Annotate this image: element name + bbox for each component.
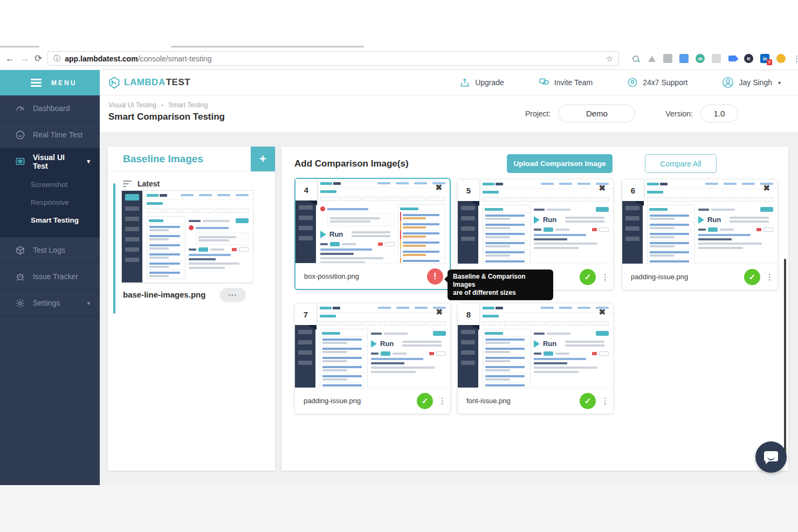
close-icon[interactable]: ✖	[760, 183, 773, 194]
mini-run-label: Run	[707, 216, 721, 224]
sidebar-item-responsive[interactable]: Responsive	[31, 194, 100, 211]
browser-menu-icon[interactable]: ⋮	[793, 54, 798, 64]
add-baseline-button[interactable]: +	[251, 147, 275, 171]
card-footer: padding-issue.png ✓ ⋮	[622, 264, 778, 289]
baseline-thumbnail[interactable]	[121, 190, 253, 283]
browser-toolbar: ← → ⟳ ⓘ app.lambdatest.com/console/smart…	[0, 47, 798, 70]
sidebar-item-test-logs[interactable]: Test Logs	[0, 237, 100, 264]
kebab-menu-icon[interactable]: ⋮	[601, 397, 607, 405]
compare-all-button[interactable]: Compare All	[645, 154, 717, 173]
upgrade-icon	[459, 77, 470, 88]
m-extension-icon[interactable]: m	[696, 54, 705, 63]
comparison-card-7[interactable]: 7 ✖ Run padding-issue.png ✓ ⋮	[294, 303, 451, 414]
invite-team-button[interactable]: Invite Team	[521, 77, 610, 88]
mini-run-label: Run	[543, 340, 556, 348]
sidebar-item-label: Visual UI Test	[33, 153, 79, 170]
search-extension-icon[interactable]	[631, 54, 640, 63]
comparison-card-4[interactable]: 4 ✖ Run box-possition.png ! Baseline & C…	[294, 178, 451, 290]
kebab-menu-icon[interactable]: ⋮	[601, 273, 607, 281]
card-number-badge: 5	[458, 179, 479, 201]
close-icon[interactable]: ✖	[432, 307, 446, 317]
page-margin	[0, 485, 798, 532]
chat-widget-button[interactable]	[755, 441, 787, 473]
filter-icon	[123, 179, 132, 189]
sidebar-item-label: Settings	[33, 299, 60, 307]
baseline-filter[interactable]: Latest	[123, 179, 275, 189]
close-icon[interactable]: ✖	[595, 183, 609, 194]
card-filename: padding-issue.png	[631, 273, 739, 281]
back-icon[interactable]: ←	[5, 53, 15, 64]
page-title: Smart Comparison Testing	[108, 112, 225, 122]
breadcrumb-smart-testing[interactable]: Smart Testing	[168, 101, 208, 109]
mini-run-label: Run	[380, 340, 394, 348]
close-icon[interactable]: ✖	[595, 307, 609, 317]
drive-extension-icon[interactable]	[647, 54, 656, 63]
close-icon[interactable]: ✖	[432, 182, 445, 193]
success-check-icon: ✓	[580, 269, 596, 285]
card-footer: font-issue.png ✓ ⋮	[458, 388, 613, 413]
project-label: Project:	[525, 109, 551, 118]
comparison-panel: Add Comparison Image(s) Upload Compariso…	[281, 147, 788, 471]
card-number: 5	[466, 186, 471, 195]
chevron-down-icon: ▾	[87, 158, 90, 165]
sidebar: MENU Dashboard Real Time Test Visual UI …	[0, 70, 100, 485]
card-number: 8	[466, 310, 471, 319]
card-filename: box-possition.png	[304, 272, 422, 280]
sidebar-item-label: Dashboard	[33, 104, 70, 113]
menu-label: MENU	[51, 79, 77, 87]
sidebar-item-label: Issue Tracker	[33, 272, 78, 281]
scrollbar[interactable]	[784, 259, 786, 458]
camera-extension-icon[interactable]	[728, 54, 737, 63]
baseline-options-button[interactable]: •••	[220, 288, 246, 302]
comparison-card-6[interactable]: 6 ✖ Run padding-issue.png ✓ ⋮	[622, 179, 778, 290]
sidebar-submenu: Screenshot Responsive Smart Testing	[0, 175, 100, 237]
support-button[interactable]: 24x7 Support	[610, 77, 705, 88]
address-bar[interactable]: ⓘ app.lambdatest.com/console/smart-testi…	[47, 51, 619, 66]
sidebar-item-visual-ui-test[interactable]: Visual UI Test ▾	[0, 148, 100, 175]
menu-toggle[interactable]: MENU	[0, 70, 100, 95]
user-menu[interactable]: Jay Singh ▾	[705, 77, 798, 88]
screenshot-root: ← → ⟳ ⓘ app.lambdatest.com/console/smart…	[0, 0, 798, 532]
css-extension-icon[interactable]	[663, 54, 672, 63]
sidebar-item-real-time-test[interactable]: Real Time Test	[0, 122, 100, 148]
baseline-panel: Baseline Images + Latest base-line-image…	[108, 147, 275, 471]
support-label: 24x7 Support	[643, 78, 687, 87]
comparison-card-8[interactable]: 8 ✖ Run font-issue.png ✓ ⋮	[457, 303, 614, 414]
reload-icon[interactable]: ⟳	[35, 53, 42, 64]
card-filename: font-issue.png	[466, 397, 574, 405]
app-header: LAMBDA TEST Upgrade Invite Team 24x7 Sup…	[100, 70, 798, 95]
upgrade-button[interactable]: Upgrade	[442, 77, 521, 88]
page-header: Visual UI Testing • Smart Testing Smart …	[100, 95, 798, 133]
window-extension-icon[interactable]	[679, 54, 689, 63]
bookmark-star-icon[interactable]: ☆	[606, 54, 613, 64]
gray-extension-icon[interactable]	[712, 54, 721, 63]
sidebar-item-smart-testing[interactable]: Smart Testing	[31, 211, 100, 229]
card-footer: box-possition.png !	[295, 263, 450, 289]
version-select[interactable]: 1.0	[700, 105, 738, 122]
kebab-menu-icon[interactable]: ⋮	[766, 273, 771, 281]
kebab-menu-icon[interactable]: ⋮	[438, 397, 444, 405]
sidebar-item-issue-tracker[interactable]: Issue Tracker	[0, 264, 100, 290]
selected-accent-bar	[113, 183, 115, 314]
breadcrumb-separator: •	[161, 102, 163, 108]
sidebar-item-settings[interactable]: Settings ▾	[0, 290, 100, 316]
k-extension-icon[interactable]: K	[744, 54, 753, 63]
hamburger-icon	[31, 77, 42, 88]
baseline-filename: base-line-images.png	[123, 290, 205, 299]
site-info-icon[interactable]: ⓘ	[53, 54, 60, 64]
card-footer: padding-issue.png ✓ ⋮	[295, 388, 450, 413]
sidebar-item-dashboard[interactable]: Dashboard	[0, 95, 100, 122]
error-icon[interactable]: !	[427, 268, 443, 285]
orange-extension-icon[interactable]	[776, 54, 786, 63]
project-select[interactable]: Demo	[558, 105, 635, 122]
comparison-heading: Add Comparison Image(s)	[294, 158, 409, 169]
clock-icon	[15, 130, 25, 140]
lambdatest-logo[interactable]: LAMBDA TEST	[108, 76, 190, 89]
bug-icon	[15, 272, 25, 282]
forward-icon[interactable]: →	[20, 53, 29, 64]
linkedin-extension-icon[interactable]: in7	[760, 54, 769, 63]
support-icon	[627, 77, 638, 88]
breadcrumb-visual-ui-testing[interactable]: Visual UI Testing	[108, 101, 156, 109]
upload-comparison-button[interactable]: Upload Comparison Image	[507, 154, 613, 173]
sidebar-item-screenshot[interactable]: Screenshot	[31, 176, 100, 194]
